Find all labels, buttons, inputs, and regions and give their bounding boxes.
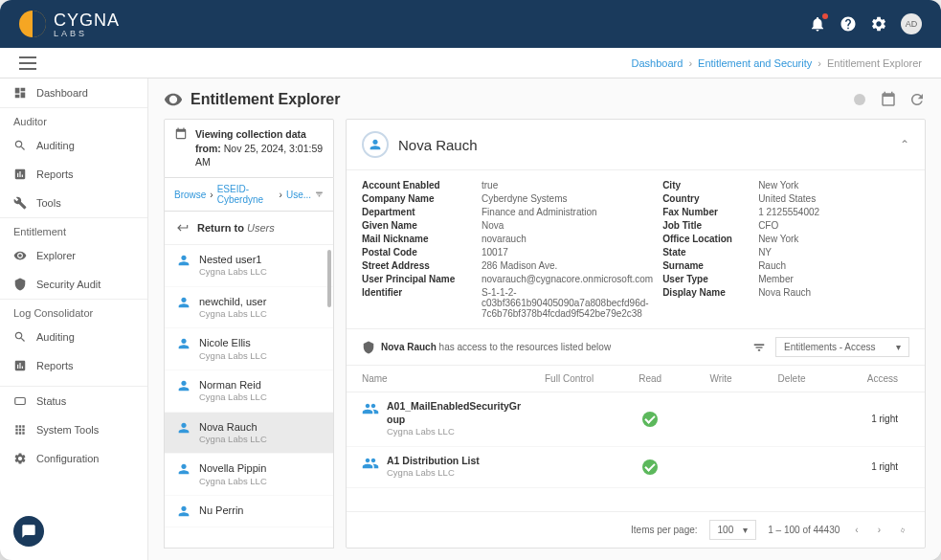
chevron-down-icon: ▾ (743, 525, 748, 535)
sidebar-item-label: Tools (36, 197, 61, 209)
return-button[interactable]: Return to Users (165, 212, 333, 245)
property-value: S-1-1-2-c03bf3661b90405090a7a808becfd96d… (482, 287, 653, 319)
property-key: Fax Number (662, 207, 749, 217)
person-icon (176, 378, 191, 393)
property-key: Company Name (362, 193, 472, 204)
chat-fab[interactable] (13, 516, 44, 547)
breadcrumb-dashboard[interactable]: Dashboard (632, 57, 683, 69)
property-value: 286 Madison Ave. (482, 260, 653, 271)
logo-icon (19, 11, 46, 37)
user-list-item[interactable]: newchild, user Cygna Labs LLC (165, 287, 333, 329)
sidebar-item-security-audit[interactable]: Security Audit (0, 270, 147, 299)
property-value: New York (758, 180, 909, 190)
notifications-icon[interactable] (809, 15, 826, 33)
sidebar-item-tools[interactable]: Tools (0, 189, 147, 217)
sidebar-item-status[interactable]: Status (0, 387, 147, 415)
property-key: User Type (662, 274, 749, 284)
user-list-item[interactable]: Novella Pippin Cygna Labs LLC (165, 454, 333, 496)
property-value: Nova Rauch (758, 287, 909, 319)
user-list-item[interactable]: Nested user1 Cygna Labs LLC (165, 245, 333, 287)
user-list-item[interactable]: Nova Rauch Cygna Labs LLC (165, 413, 333, 455)
collapse-icon[interactable]: ⌃ (900, 138, 909, 151)
search-icon (13, 139, 27, 152)
sidebar-item-label: Auditing (36, 331, 75, 343)
sidebar-item-log-auditing[interactable]: Auditing (0, 323, 147, 351)
shield-icon (13, 278, 27, 291)
detail-properties: Account EnabledtrueCityNew YorkCompany N… (347, 170, 925, 329)
browse-root[interactable]: Browse (174, 190, 206, 200)
sidebar-item-label: Dashboard (36, 87, 88, 99)
scrollbar-thumb[interactable] (327, 250, 331, 307)
eye-icon (13, 249, 27, 262)
gear-icon (13, 452, 27, 465)
header-actions: AD (809, 13, 922, 34)
user-name: Nova Rauch (199, 420, 267, 434)
brand-logo: CYGNA LABS (19, 11, 120, 38)
shield-icon (362, 341, 375, 354)
sidebar-item-configuration[interactable]: Configuration (0, 444, 147, 473)
sidebar-section-log: Log Consolidator (0, 299, 147, 323)
sidebar-section-auditor: Auditor (0, 107, 147, 131)
page-size-select[interactable]: 100 ▾ (709, 520, 757, 540)
table-row[interactable]: A01_MailEnabledSecurityGroupCygna Labs L… (347, 392, 925, 447)
table-row[interactable]: A1 Distribution ListCygna Labs LLC 1 rig… (347, 447, 925, 488)
reload-icon[interactable] (896, 524, 909, 537)
user-avatar[interactable]: AD (901, 13, 922, 34)
browse-a[interactable]: ESEID-Cyberdyne (217, 184, 276, 205)
breadcrumb-section[interactable]: Entitlement and Security (698, 57, 812, 69)
sidebar-item-label: Configuration (36, 453, 99, 464)
sidebar-item-log-reports[interactable]: Reports (0, 351, 147, 380)
sidebar-item-system-tools[interactable]: System Tools (0, 415, 147, 444)
detail-name: Nova Rauch (398, 137, 478, 153)
person-icon (176, 420, 191, 436)
filter-icon[interactable] (752, 341, 766, 354)
sidebar-item-dashboard[interactable]: Dashboard (0, 78, 147, 107)
sidebar-item-label: Security Audit (36, 279, 101, 290)
user-list: Return to Users Nested user1 Cygna Labs … (164, 212, 334, 549)
sidebar-item-auditing[interactable]: Auditing (0, 131, 147, 160)
breadcrumb: Dashboard › Entitlement and Security › E… (632, 57, 922, 69)
property-value: CFO (758, 220, 909, 231)
user-list-item[interactable]: Nu Perrin (165, 496, 333, 527)
sidebar-item-label: Reports (36, 360, 74, 371)
sidebar-item-reports[interactable]: Reports (0, 160, 147, 189)
user-list-item[interactable]: Norman Reid Cygna Labs LLC (165, 370, 333, 413)
prev-page-button[interactable]: ‹ (851, 525, 862, 535)
sidebar-item-label: System Tools (36, 424, 99, 436)
user-org: Cygna Labs LLC (199, 350, 267, 362)
chevron-right-icon: › (210, 190, 213, 200)
browse-b[interactable]: Use... (286, 190, 311, 200)
person-icon (176, 336, 191, 351)
calendar-icon[interactable] (880, 91, 897, 108)
chevron-down-icon: ▾ (896, 342, 901, 352)
person-icon (176, 295, 191, 310)
refresh-icon[interactable] (908, 91, 926, 108)
search-icon (13, 330, 27, 344)
connection-icon[interactable] (851, 91, 868, 108)
settings-icon[interactable] (870, 15, 887, 33)
help-icon[interactable] (840, 15, 857, 33)
wrench-icon (13, 196, 27, 210)
user-org: Cygna Labs LLC (199, 392, 267, 403)
group-icon (362, 400, 379, 417)
sidebar-item-label: Explorer (36, 250, 76, 261)
return-icon (176, 221, 190, 235)
access-filter-dropdown[interactable]: Entitlements - Access ▾ (775, 337, 909, 357)
property-value: United States (758, 193, 909, 204)
property-value: novarauch@cygnacore.onmicrosoft.com (482, 274, 653, 284)
person-icon (176, 504, 191, 519)
brand-sub: LABS (54, 29, 120, 38)
next-page-button[interactable]: › (874, 525, 885, 535)
user-list-item[interactable]: Nicole Ellis Cygna Labs LLC (165, 328, 333, 370)
filter-icon[interactable] (315, 189, 324, 200)
grid-icon (13, 423, 27, 437)
user-name: Nu Perrin (199, 504, 243, 517)
property-key: Postal Code (362, 247, 472, 258)
property-key: Given Name (362, 220, 472, 231)
menu-toggle-icon[interactable] (19, 56, 36, 70)
report-icon (13, 359, 27, 372)
user-name: Nested user1 (199, 253, 267, 266)
property-value: novarauch (482, 234, 653, 244)
sidebar-item-explorer[interactable]: Explorer (0, 241, 147, 270)
brand-name: CYGNA (54, 11, 120, 30)
